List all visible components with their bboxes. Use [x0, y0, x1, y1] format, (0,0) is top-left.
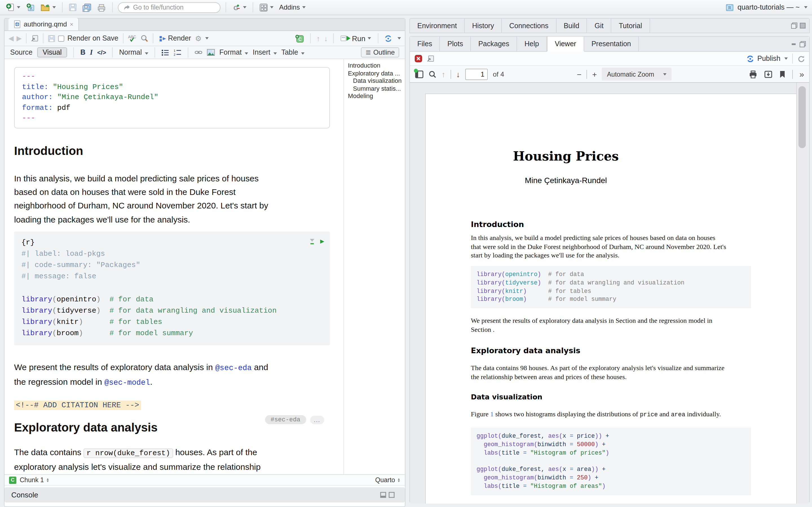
- italic-button[interactable]: I: [90, 48, 93, 57]
- page-number-input[interactable]: [465, 68, 488, 80]
- visual-mode-button[interactable]: Visual: [37, 47, 67, 57]
- citation-comment-line: <!--# ADD CITATION HERE -->: [14, 399, 330, 410]
- run-chunk-icon[interactable]: ▶: [320, 236, 324, 247]
- popout-icon[interactable]: [31, 35, 39, 42]
- render-button[interactable]: Render: [158, 32, 192, 45]
- close-icon[interactable]: ×: [70, 21, 73, 27]
- outline-item-eda[interactable]: Exploratory data ...: [348, 69, 404, 77]
- outline-item-data-visualization[interactable]: Data visualization: [348, 77, 404, 85]
- run-chunks-above-icon[interactable]: [309, 238, 315, 245]
- zoom-in-icon[interactable]: +: [592, 70, 597, 78]
- tab-authoring-qmd[interactable]: authoring.qmd ×: [8, 18, 79, 31]
- previous-page-icon[interactable]: ↑: [442, 70, 446, 78]
- minimize-pane-icon[interactable]: [791, 22, 797, 29]
- code-button[interactable]: </>: [97, 49, 106, 56]
- tab-viewer[interactable]: Viewer: [547, 37, 584, 51]
- project-selector[interactable]: R quarto-tutorials — ~: [725, 3, 808, 12]
- section-options-button[interactable]: ...: [310, 415, 324, 424]
- format-nav-arrows-icon[interactable]: ▲▼: [397, 478, 400, 482]
- forward-icon[interactable]: ▶: [16, 34, 21, 42]
- format-menu[interactable]: Format: [219, 48, 248, 56]
- outline-toggle-button[interactable]: ≣ Outline: [361, 47, 399, 57]
- print-button[interactable]: [96, 1, 107, 13]
- pdf-scrollbar-thumb[interactable]: [799, 86, 806, 148]
- visual-editor-surface[interactable]: --- title: "Housing Prices" author: "Min…: [4, 59, 343, 475]
- tab-history[interactable]: History: [465, 18, 502, 33]
- tab-plots[interactable]: Plots: [440, 37, 471, 51]
- outline-item-summary-statistics[interactable]: Summary statis...: [348, 85, 404, 93]
- pdf-search-icon[interactable]: [428, 70, 437, 78]
- paragraph-style-select[interactable]: Normal: [119, 48, 149, 56]
- table-menu[interactable]: Table: [282, 48, 305, 56]
- tab-packages[interactable]: Packages: [471, 37, 517, 51]
- search-icon[interactable]: [140, 34, 148, 42]
- save-icon[interactable]: [48, 35, 56, 42]
- tab-git[interactable]: Git: [587, 18, 612, 33]
- open-file-button[interactable]: [40, 1, 57, 13]
- outline-item-modeling[interactable]: Modeling: [348, 93, 404, 100]
- numbered-list-icon[interactable]: 12: [174, 49, 182, 56]
- maximize-pane-icon[interactable]: [800, 22, 806, 29]
- maximize-pane-icon[interactable]: [389, 492, 395, 498]
- gear-icon[interactable]: ⚙: [195, 34, 202, 43]
- bold-button[interactable]: B: [80, 48, 86, 56]
- save-all-button[interactable]: [81, 1, 93, 13]
- new-project-button[interactable]: R: [25, 1, 36, 13]
- popout-icon[interactable]: [427, 55, 434, 62]
- stop-icon[interactable]: [414, 55, 422, 62]
- minimize-pane-icon[interactable]: [791, 41, 797, 47]
- rerun-icon[interactable]: [384, 35, 393, 42]
- addins-button[interactable]: Addins: [278, 1, 306, 13]
- sidebar-toggle-icon[interactable]: [415, 70, 423, 78]
- citation-comment[interactable]: <!--# ADD CITATION HERE -->: [14, 400, 141, 410]
- source-mode-button[interactable]: Source: [10, 48, 33, 56]
- code-chunk-load-pkgs[interactable]: ▶ {r} #| label: load-pkgs #| code-summar…: [14, 231, 330, 345]
- insert-menu[interactable]: Insert: [253, 48, 277, 56]
- tab-help[interactable]: Help: [517, 37, 547, 51]
- workspace-panes-button[interactable]: [258, 1, 274, 13]
- toolbar-separator: [792, 54, 793, 64]
- tab-files[interactable]: Files: [410, 37, 440, 51]
- run-next-icon[interactable]: ↓: [324, 34, 327, 43]
- maximize-pane-icon[interactable]: [800, 41, 806, 47]
- pdf-more-tools-icon[interactable]: »: [799, 70, 804, 78]
- tab-build[interactable]: Build: [556, 18, 587, 33]
- tab-tutorial[interactable]: Tutorial: [612, 18, 650, 33]
- run-button[interactable]: Run: [340, 32, 372, 45]
- insert-chunk-icon[interactable]: C: [295, 34, 305, 43]
- save-button[interactable]: [68, 1, 78, 13]
- pdf-bookmark-icon[interactable]: [779, 70, 785, 78]
- yaml-block[interactable]: --- title: "Housing Prices" author: "Min…: [14, 67, 330, 128]
- link-icon[interactable]: [195, 49, 202, 56]
- document-format-label[interactable]: Quarto: [375, 476, 395, 483]
- chunk-nav-arrows-icon[interactable]: ▲▼: [46, 478, 49, 482]
- refresh-icon[interactable]: [797, 55, 805, 62]
- tab-presentation[interactable]: Presentation: [584, 37, 639, 51]
- render-on-save-checkbox[interactable]: [58, 35, 64, 41]
- new-file-button[interactable]: [4, 1, 21, 13]
- tab-connections[interactable]: Connections: [502, 18, 556, 33]
- chunk-position-label[interactable]: Chunk 1: [20, 476, 44, 483]
- zoom-out-icon[interactable]: −: [577, 70, 581, 78]
- zoom-level-select[interactable]: Automatic Zoom: [602, 68, 672, 80]
- pdf-download-icon[interactable]: [764, 70, 772, 78]
- run-previous-icon[interactable]: ↑: [316, 34, 320, 43]
- console-pane-header[interactable]: Console: [4, 487, 405, 503]
- minimize-pane-icon[interactable]: [380, 492, 386, 498]
- bullet-list-icon[interactable]: [161, 49, 169, 56]
- pdf-scrollbar[interactable]: [796, 83, 808, 504]
- next-page-icon[interactable]: ↓: [456, 70, 460, 78]
- outline-item-introduction[interactable]: Introduction: [348, 62, 404, 69]
- spellcheck-icon[interactable]: ABC: [128, 34, 138, 42]
- tab-environment[interactable]: Environment: [410, 18, 465, 33]
- pdf-viewport[interactable]: Housing Prices Mine Çetinkaya-Rundel Int…: [410, 83, 809, 504]
- back-icon[interactable]: ◀: [8, 34, 13, 42]
- pdf-page: Housing Prices Mine Çetinkaya-Rundel Int…: [425, 94, 797, 504]
- publish-button[interactable]: Publish: [757, 55, 780, 62]
- page-count-label: of 4: [493, 70, 504, 78]
- image-icon[interactable]: [207, 49, 215, 56]
- format-toolbar: Source Visual B I </> Normal 12 Format: [4, 46, 405, 59]
- pdf-print-icon[interactable]: [749, 70, 757, 78]
- version-control-button[interactable]: G: [231, 1, 248, 13]
- goto-file-search[interactable]: Go to file/function: [118, 2, 220, 13]
